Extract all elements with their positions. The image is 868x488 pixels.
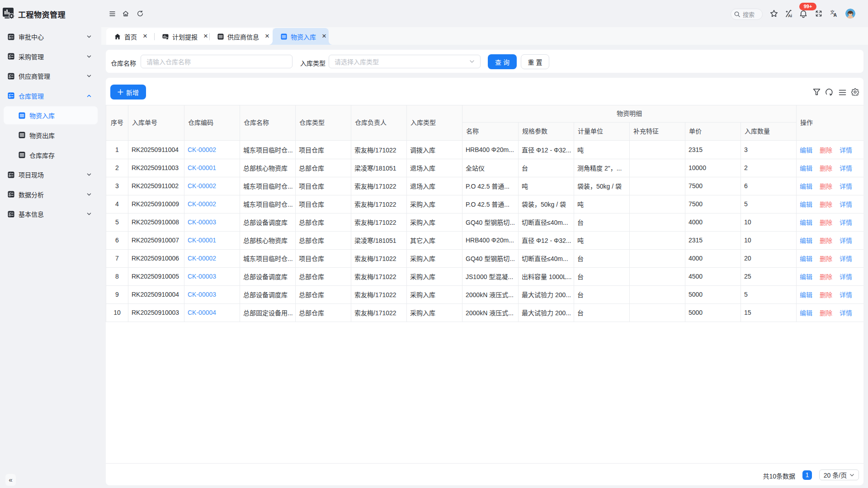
svg-text:A: A (834, 12, 837, 17)
svg-text:Ai: Ai (788, 14, 792, 18)
